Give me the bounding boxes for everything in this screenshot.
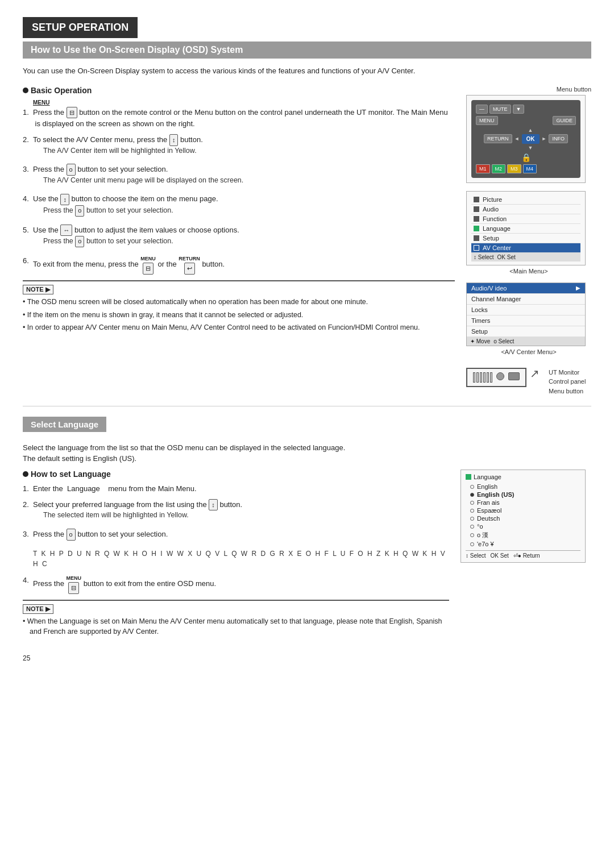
menu-btn[interactable]: MENU — [476, 116, 498, 125]
lang-item-english: English — [466, 483, 580, 491]
ut-btn-4 — [483, 372, 486, 383]
step-5: 5. Use the ↔ button to adjust the item v… — [23, 225, 455, 251]
note-item-1: The OSD menu screen will be closed autom… — [23, 297, 455, 308]
lang-radio-jp3 — [470, 542, 474, 546]
note-list: The OSD menu screen will be closed autom… — [23, 297, 455, 333]
dash-btn: — — [476, 105, 488, 114]
lang-set-hint: OK Set — [491, 553, 509, 559]
note-item-2: If the item on the menu is shown in gray… — [23, 310, 455, 321]
return-btn-remote[interactable]: RETURN — [484, 134, 512, 143]
page-number: 25 — [23, 654, 591, 662]
info-btn[interactable]: INFO — [549, 134, 568, 143]
m4-btn[interactable]: M4 — [523, 164, 537, 173]
note-item-3: In order to appear A/V Center menu on Ma… — [23, 322, 455, 333]
return-label-above: RETURN — [179, 255, 200, 263]
lang-radio-espanol — [470, 509, 474, 513]
set-hint: OK Set — [497, 254, 516, 260]
vol-btn: ▼ — [513, 105, 525, 114]
section-divider — [23, 406, 591, 406]
arrow-indicator: ↗ — [530, 368, 540, 379]
return-btn: ↩ — [184, 263, 195, 275]
updown-lang-btn: ↕ — [209, 499, 218, 511]
lang-menu-title: Language — [466, 474, 580, 480]
how-to-heading: How to set Language — [23, 470, 449, 479]
lang-item-jp1: °o — [466, 522, 580, 530]
note-box-2: NOTE ▶ When the Language is set on Main … — [23, 600, 449, 638]
step-4: 4. Use the ↕ button to choose the item o… — [23, 193, 455, 219]
menu-item-language: Language — [471, 224, 580, 234]
main-menu-label: <Main Menu> — [466, 268, 591, 275]
ut-btn-1 — [473, 372, 475, 383]
ut-rect-btn — [508, 372, 520, 380]
main-menu-bottom-bar: ↕ Select OK Set — [471, 253, 580, 261]
lang-step-2: 2. Select your preferred language from t… — [23, 499, 449, 524]
remote-diagram: Menu button — MUTE ▼ MENU — [466, 86, 591, 183]
mx-buttons: M1 M2 M3 M4 — [476, 164, 576, 173]
select-hint: ↕ Select — [474, 254, 494, 260]
picture-icon — [474, 197, 479, 202]
basic-operation-heading: Basic Operation — [23, 86, 455, 95]
lang-step-4: 4. Press the MENU ⊟ button to exit from … — [23, 575, 449, 594]
bullet-icon — [23, 88, 28, 93]
select-language-section: Select Language Select the language from… — [23, 417, 591, 643]
lang-radio-francais — [470, 501, 474, 505]
lang-radio-jp1 — [470, 525, 474, 529]
lang-item-espanol: Espaæol — [466, 506, 580, 514]
ok-btn-small2: o — [75, 205, 84, 216]
step-1: 1. Press the ⊟ button on the remote cont… — [23, 107, 455, 130]
menu-button-label: Menu button — [466, 86, 591, 93]
lang-item-deutsch: Deutsch — [466, 514, 580, 522]
lang-note-1: When the Language is set on Main Menu th… — [23, 616, 449, 638]
note-list-2: When the Language is set on Main Menu th… — [23, 616, 449, 638]
basic-operation-steps: 1. Press the ⊟ button on the remote cont… — [23, 107, 455, 275]
step-4-note: Press the o button to set your selection… — [43, 205, 455, 216]
ut-monitor-buttons — [473, 372, 520, 383]
menu-item-audio: Audio — [471, 205, 580, 214]
lang-select-hint: ↕ Select — [466, 553, 486, 559]
ok-btn-small: o — [67, 164, 76, 176]
av-center-menu-label: <A/V Center Menu> — [466, 348, 591, 355]
lang-return-hint: ⏎● Return — [513, 553, 540, 559]
note-label: NOTE ▶ — [23, 285, 53, 294]
language-icon — [474, 226, 479, 231]
setup-icon — [474, 235, 479, 241]
leftright-btn: ↔ — [60, 225, 72, 236]
m3-btn[interactable]: M3 — [507, 164, 521, 173]
ok-lang-btn: o — [67, 529, 76, 541]
lang-menu-bottom: ↕ Select OK Set ⏎● Return — [466, 550, 580, 559]
avcenter-icon — [474, 245, 479, 251]
lang-step-3: 3. Press the o button to set your select… — [23, 529, 449, 541]
guide-btn[interactable]: GUIDE — [553, 116, 576, 125]
select-language-header: Select Language — [23, 417, 106, 432]
ok-btn-remote[interactable]: OK — [522, 134, 540, 144]
updown-btn2: ↕ — [60, 194, 69, 206]
setup-operation-header: SETUP OPERATION — [23, 17, 138, 38]
menu-exit-btn: ⊟ — [143, 263, 154, 275]
ok-btn-small3: o — [75, 236, 84, 247]
av-timers: Timers — [467, 315, 585, 326]
lang-steps: 1. Enter the Language menu from the Main… — [23, 483, 449, 594]
lang-item-jp3: 'e7o ¥ — [466, 540, 580, 548]
note-label-2: NOTE ▶ — [23, 604, 53, 614]
mute-btn: MUTE — [489, 105, 511, 114]
menu-btn-icon: ⊟ — [67, 107, 77, 119]
scrambled-text: T K H P D U N R Q W K H O H I W W X U Q … — [33, 549, 449, 569]
lang-item-jp2: o 漢 — [466, 530, 580, 540]
arrow-icon: ▶ — [576, 285, 580, 291]
left-column: Basic Operation MENU 1. Press the ⊟ butt… — [23, 86, 455, 396]
right-column: Menu button — MUTE ▼ MENU — [466, 86, 591, 396]
select-lang-desc2: The default setting is English (US). — [23, 454, 591, 463]
function-icon — [474, 216, 479, 222]
lang-radio-english-us — [470, 493, 474, 497]
bullet-dot-2 — [23, 471, 28, 477]
step-6: 6. To exit from the menu, press the MENU… — [23, 255, 455, 275]
step-5-note: Press the o button to set your selection… — [43, 236, 455, 247]
m2-btn[interactable]: M2 — [492, 164, 506, 173]
m1-btn[interactable]: M1 — [476, 164, 490, 173]
lang-radio-deutsch — [470, 517, 474, 521]
menu-label-lang: MENU — [67, 575, 82, 583]
menu-item-picture: Picture — [471, 195, 580, 205]
lang-title-icon — [466, 474, 471, 480]
updown-btn: ↕ — [169, 134, 179, 146]
menu-label-above: MENU — [140, 255, 156, 263]
